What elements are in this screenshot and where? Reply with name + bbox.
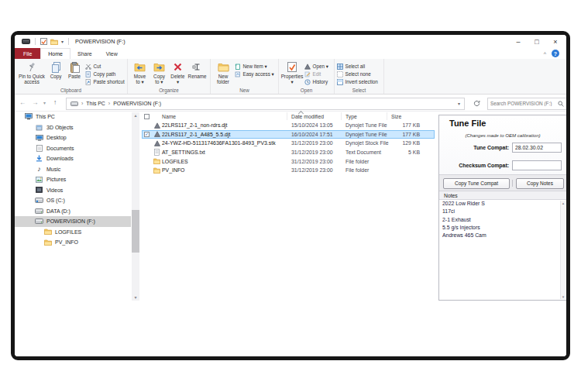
copy-notes-button[interactable]: Copy Notes xyxy=(516,178,564,189)
invert-selection-button[interactable]: Invert selection xyxy=(337,78,378,85)
breadcrumb[interactable]: › This PC › POWERVISION (F:) ▾ xyxy=(66,98,465,110)
close-button[interactable]: × xyxy=(546,38,565,46)
sidebar-item-powervision[interactable]: POWERVISION (F:) xyxy=(15,216,131,227)
table-row[interactable]: AT_SETTINGS.txt 31/12/2019 23:00 Text Do… xyxy=(142,148,435,157)
select-all-button[interactable]: Select all xyxy=(337,63,378,70)
sidebar-item-data-d[interactable]: DATA (D:) xyxy=(15,206,131,217)
file-list-header: Name Date modified Type Size xyxy=(142,112,435,121)
sidebar-item-pictures[interactable]: Pictures xyxy=(15,174,131,185)
tune-compat-field[interactable] xyxy=(512,143,562,153)
forward-icon[interactable]: → xyxy=(32,98,39,106)
paste-shortcut-button[interactable]: Paste shortcut xyxy=(85,78,125,85)
delete-button[interactable]: Delete ▾ xyxy=(169,60,187,85)
button-label: Copy xyxy=(153,74,165,79)
refresh-icon[interactable] xyxy=(473,100,480,107)
sidebar-item-music[interactable]: ♪ Music xyxy=(15,164,131,175)
drive-icon xyxy=(35,218,43,224)
table-row[interactable]: 22LRS117_2-1_non-rdrs.djt 15/10/2024 13:… xyxy=(142,121,435,130)
select-none-icon xyxy=(337,71,343,77)
table-row[interactable]: LOGFILES 31/12/2019 23:00 File folder xyxy=(142,156,435,166)
quick-access-new-folder-icon[interactable] xyxy=(50,39,58,45)
group-label-open: Open xyxy=(279,88,334,93)
select-none-button[interactable]: Select none xyxy=(337,70,378,77)
search-box xyxy=(487,98,567,110)
tab-share[interactable]: Share xyxy=(70,48,99,59)
note-line: 2022 Low Rider S xyxy=(439,200,566,208)
sidebar-item-label: PV_INFO xyxy=(55,239,78,245)
history-button[interactable]: History xyxy=(304,78,328,85)
address-history-caret-icon[interactable]: ▾ xyxy=(458,101,460,106)
sidebar-item-videos[interactable]: Videos xyxy=(15,185,131,196)
button-label: access xyxy=(24,79,40,84)
copy-tune-compat-button[interactable]: Copy Tune Compat xyxy=(443,178,510,189)
tab-view[interactable]: View xyxy=(99,48,125,59)
sidebar-item-documents[interactable]: Documents xyxy=(15,143,131,154)
sidebar-item-logfiles[interactable]: LOGFILES xyxy=(15,227,131,238)
column-header-name[interactable]: Name xyxy=(162,114,287,119)
breadcrumb-powervision[interactable]: POWERVISION (F:) xyxy=(113,101,161,106)
notes-scrollbar[interactable]: ▴ ▾ xyxy=(560,201,566,299)
quick-access-customize-caret-icon[interactable]: ▾ xyxy=(61,40,64,44)
search-input[interactable] xyxy=(490,101,558,106)
table-row[interactable]: PV_INFO 31/12/2019 23:00 File folder xyxy=(142,166,435,175)
column-header-type[interactable]: Type xyxy=(341,112,387,120)
properties-button[interactable]: Properties ▾ xyxy=(281,60,303,85)
scroll-down-icon[interactable]: ▾ xyxy=(132,294,139,301)
scroll-up-icon[interactable]: ▴ xyxy=(132,112,139,119)
quick-access-properties-icon[interactable] xyxy=(40,38,47,45)
collapse-ribbon-icon[interactable]: ^ xyxy=(544,51,546,57)
button-label: Copy xyxy=(50,74,62,79)
recent-locations-caret-icon[interactable]: ▾ xyxy=(43,100,46,105)
help-icon[interactable]: ? xyxy=(552,50,559,57)
back-icon[interactable]: ← xyxy=(19,98,26,106)
ribbon-group-open: Properties ▾ Open ▾ Edit xyxy=(279,59,335,94)
rename-button[interactable]: Rename xyxy=(187,60,208,80)
sidebar-item-os-c[interactable]: OS (C:) xyxy=(15,195,131,206)
scroll-down-icon[interactable]: ▾ xyxy=(562,294,565,299)
checksum-compat-field[interactable] xyxy=(512,160,562,170)
button-label: Paste shortcut xyxy=(94,79,125,84)
breadcrumb-this-pc[interactable]: This PC xyxy=(86,101,105,106)
sidebar-item-3d-objects[interactable]: 3D Objects xyxy=(15,122,131,133)
separator xyxy=(35,38,36,45)
open-button[interactable]: Open ▾ xyxy=(304,63,328,70)
sidebar-item-this-pc[interactable]: This PC xyxy=(15,112,131,122)
navigation-scrollbar[interactable]: ▴ ▾ xyxy=(132,112,139,301)
search-icon[interactable] xyxy=(558,101,564,107)
copy-button[interactable]: Copy xyxy=(46,60,65,80)
row-checkbox-checked[interactable]: ✓ xyxy=(144,132,150,137)
sidebar-item-desktop[interactable]: Desktop xyxy=(15,132,131,143)
tune-file-panel: Tune File (Changes made to OEM calibrati… xyxy=(438,115,567,301)
minimize-button[interactable]: – xyxy=(509,38,528,46)
table-row-selected[interactable]: ✓ 22LRS117_2-1_A485_5.5.djt 16/10/2024 1… xyxy=(142,130,435,139)
panel-title: Tune File xyxy=(449,119,486,128)
move-to-button[interactable]: Move to ▾ xyxy=(130,60,150,85)
edit-button[interactable]: Edit xyxy=(304,70,328,77)
select-all-checkbox[interactable] xyxy=(144,114,150,119)
new-folder-button[interactable]: New folder xyxy=(213,60,233,85)
ribbon-group-new: New folder New item ▾ Easy access ▾ xyxy=(211,59,279,94)
paste-button[interactable]: Paste xyxy=(65,60,84,80)
folder-icon xyxy=(43,229,52,235)
button-label: Rename xyxy=(188,74,207,79)
copy-path-button[interactable]: Copy path xyxy=(85,70,125,77)
scrollbar-thumb[interactable] xyxy=(132,210,139,253)
new-item-button[interactable]: New item ▾ xyxy=(235,63,274,70)
pin-to-quick-access-button[interactable]: Pin to Quick access xyxy=(17,60,46,85)
table-row[interactable]: 24-YWZ-HD-5113174636FA1301-8493_PV3.stk … xyxy=(142,139,435,148)
maximize-button[interactable]: □ xyxy=(528,38,546,46)
tab-file[interactable]: File xyxy=(15,48,40,59)
up-icon[interactable]: ↑ xyxy=(53,98,57,106)
easy-access-button[interactable]: Easy access ▾ xyxy=(235,70,274,77)
note-line: 117ci xyxy=(439,208,566,215)
cut-button[interactable]: Cut xyxy=(85,63,125,70)
notes-box[interactable]: 2022 Low Rider S 117ci 2-1 Exhaust 5.5 g… xyxy=(439,200,566,300)
copy-to-button[interactable]: Copy to ▾ xyxy=(150,60,169,85)
sidebar-item-pv-info[interactable]: PV_INFO xyxy=(15,237,131,248)
sidebar-item-downloads[interactable]: Downloads xyxy=(15,153,131,164)
column-header-date[interactable]: Date modified xyxy=(287,112,341,120)
scroll-up-icon[interactable]: ▴ xyxy=(562,201,565,205)
tab-home[interactable]: Home xyxy=(40,48,70,59)
sidebar-item-label: Downloads xyxy=(46,156,74,161)
column-header-size[interactable]: Size xyxy=(387,112,425,120)
